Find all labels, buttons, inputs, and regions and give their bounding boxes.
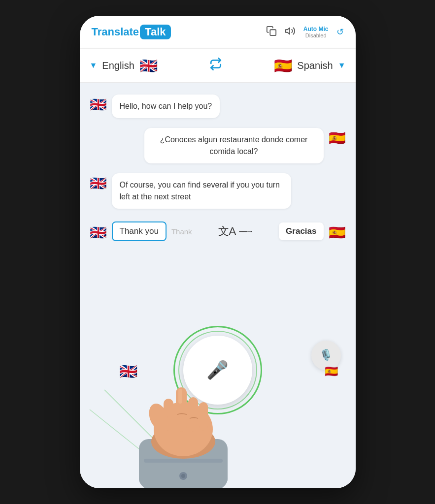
main-mic-icon: 🎤 (206, 360, 229, 380)
svg-rect-14 (144, 459, 223, 463)
phone-frame: Translate Talk Auto Mic Disabled (80, 16, 356, 488)
header-icons: Auto Mic Disabled ↺ (266, 26, 344, 39)
refresh-icon[interactable]: ↺ (336, 27, 344, 37)
translation-input[interactable]: Thank you (112, 221, 167, 241)
language-bar: ▼ English 🇬🇧 🇪🇸 Spanish ▼ (80, 49, 356, 83)
translation-hint: Thank (171, 227, 192, 236)
right-language-selector[interactable]: 🇪🇸 Spanish ▼ (274, 57, 345, 74)
svg-rect-5 (139, 439, 228, 488)
secondary-mic-flag: 🇪🇸 (325, 365, 338, 378)
translation-left-flag: 🇬🇧 (90, 224, 107, 241)
chat-area: 🇬🇧 Hello, how can I help you? ¿Conoces a… (80, 83, 356, 311)
message-2-flag: 🇪🇸 (329, 130, 346, 146)
svg-point-4 (139, 459, 228, 488)
translation-result: Gracias (279, 222, 323, 240)
message-1-flag: 🇬🇧 (90, 96, 107, 113)
app-logo: Translate Talk (92, 25, 171, 39)
svg-point-16 (181, 474, 185, 478)
svg-line-2 (104, 390, 154, 439)
svg-point-15 (179, 472, 187, 480)
left-lang-flag: 🇬🇧 (139, 57, 158, 74)
message-2: ¿Conoces algun restaurante donde comer c… (90, 128, 346, 163)
main-mic-button[interactable]: 🎤 (183, 336, 252, 405)
left-lang-dropdown-arrow[interactable]: ▼ (90, 61, 98, 70)
speaker-icon[interactable] (285, 26, 296, 39)
main-mic-button-container: 🎤 (173, 326, 262, 414)
translation-right-flag: 🇪🇸 (329, 224, 346, 241)
bottom-area: 🎤 🇬🇧 (80, 311, 356, 488)
swap-languages-button[interactable] (207, 56, 224, 75)
message-2-bubble: ¿Conoces algun restaurante donde comer c… (144, 128, 324, 163)
translate-icon-area: 文A ––→ (197, 224, 274, 239)
svg-marker-1 (286, 28, 290, 34)
auto-mic-status: Auto Mic Disabled (303, 26, 329, 38)
translation-row: 🇬🇧 Thank you Thank 文A ––→ Gracias 🇪🇸 (90, 219, 346, 244)
secondary-mic-container: 🎙️ 🇪🇸 (311, 341, 341, 378)
message-3: 🇬🇧 Of course, you can find several if yo… (90, 173, 346, 209)
copy-icon[interactable] (266, 26, 277, 39)
message-1: 🇬🇧 Hello, how can I help you? (90, 94, 346, 118)
left-language-selector[interactable]: ▼ English 🇬🇧 (90, 57, 158, 74)
message-1-bubble: Hello, how can I help you? (112, 94, 220, 118)
secondary-mic-icon: 🎙️ (319, 349, 333, 362)
svg-rect-10 (164, 399, 173, 431)
translate-direction-arrow: ––→ (239, 227, 253, 236)
svg-rect-0 (270, 30, 276, 35)
right-lang-dropdown-arrow[interactable]: ▼ (338, 61, 346, 70)
svg-line-3 (90, 410, 139, 449)
svg-point-6 (151, 424, 215, 459)
logo-talk: Talk (140, 25, 170, 39)
svg-point-12 (145, 401, 171, 433)
message-3-flag: 🇬🇧 (90, 175, 107, 191)
message-3-bubble: Of course, you can find several if you y… (112, 173, 291, 209)
translate-icon: 文A (218, 224, 236, 239)
right-lang-flag: 🇪🇸 (274, 57, 292, 74)
bottom-left-flag: 🇬🇧 (119, 363, 137, 380)
logo-translate: Translate (92, 26, 139, 38)
app-header: Translate Talk Auto Mic Disabled (80, 16, 356, 49)
